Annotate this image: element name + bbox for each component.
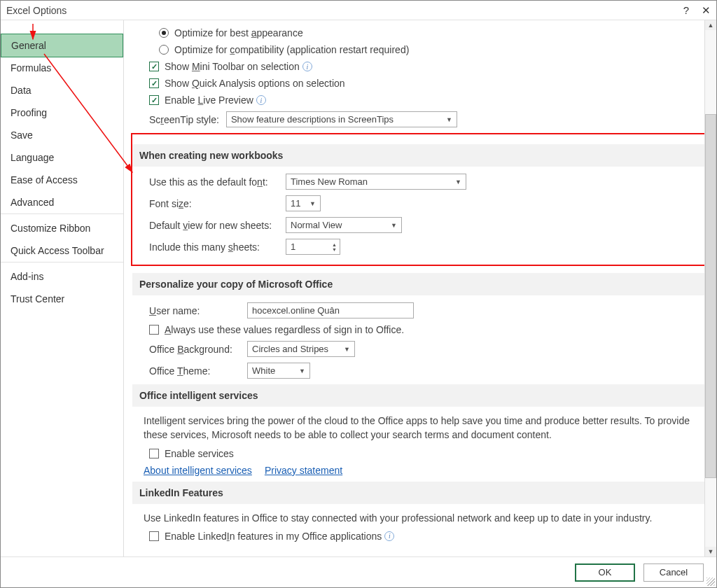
radio-optimize-appearance[interactable] xyxy=(159,28,169,38)
nav-item-advanced[interactable]: Advanced xyxy=(1,191,123,214)
help-icon[interactable]: ? xyxy=(683,4,689,16)
nav-pane: GeneralFormulasDataProofingSaveLanguageE… xyxy=(1,20,124,556)
username-input[interactable] xyxy=(247,302,414,318)
radio-optimize-compat[interactable] xyxy=(159,45,169,55)
nav-item-language[interactable]: Language xyxy=(1,146,123,169)
vertical-scrollbar[interactable]: ▲ ▼ xyxy=(704,20,716,556)
cancel-button[interactable]: Cancel xyxy=(643,564,704,582)
titlebar: Excel Options ? ✕ xyxy=(1,1,716,20)
screentip-select[interactable]: Show feature descriptions in ScreenTips … xyxy=(226,111,457,127)
nav-item-ease-of-access[interactable]: Ease of Access xyxy=(1,169,123,191)
chevron-down-icon: ▼ xyxy=(309,200,316,207)
theme-value: White xyxy=(252,365,275,376)
dialog-title: Excel Options xyxy=(6,5,67,16)
chk-always-use[interactable] xyxy=(149,325,159,335)
footer: OK Cancel xyxy=(1,556,716,587)
link-privacy[interactable]: Privacy statement xyxy=(265,465,342,476)
chevron-down-icon: ▼ xyxy=(299,368,305,374)
linkedin-desc: Use LinkedIn features in Office to stay … xyxy=(144,511,702,525)
bg-select[interactable]: Circles and Stripes ▼ xyxy=(247,341,355,357)
nav-item-quick-access-toolbar[interactable]: Quick Access Toolbar xyxy=(1,239,123,262)
nav-item-general[interactable]: General xyxy=(1,34,123,57)
font-size-select[interactable]: 11 ▼ xyxy=(286,195,321,211)
chk-live-preview[interactable] xyxy=(149,95,159,105)
close-icon[interactable]: ✕ xyxy=(702,4,711,17)
scroll-down-icon[interactable]: ▼ xyxy=(708,547,714,556)
scroll-thumb[interactable] xyxy=(705,114,716,478)
chevron-down-icon: ▼ xyxy=(391,222,397,229)
nav-item-data[interactable]: Data xyxy=(1,79,123,102)
default-view-select[interactable]: Normal View ▼ xyxy=(286,217,402,233)
spin-down-icon[interactable]: ▼ xyxy=(332,247,337,252)
sheets-spinner[interactable]: 1 ▲▼ xyxy=(286,239,340,255)
bg-value: Circles and Stripes xyxy=(252,344,328,354)
info-icon[interactable] xyxy=(302,62,312,71)
chk-enable-services[interactable] xyxy=(149,449,159,458)
chevron-down-icon: ▼ xyxy=(455,178,461,186)
theme-select[interactable]: White ▼ xyxy=(247,363,310,379)
chk-quick-analysis[interactable] xyxy=(149,78,159,88)
section-intelligent: Office intelligent services xyxy=(132,384,705,407)
scroll-up-icon[interactable]: ▲ xyxy=(708,20,714,30)
info-icon[interactable] xyxy=(384,531,394,541)
ok-button[interactable]: OK xyxy=(575,564,635,582)
resize-grip-icon[interactable] xyxy=(706,578,715,586)
default-font-value: Times New Roman xyxy=(291,176,368,187)
spin-up-icon[interactable]: ▲ xyxy=(332,242,337,247)
link-about-intelligent[interactable]: About intelligent services xyxy=(144,465,252,476)
nav-item-trust-center[interactable]: Trust Center xyxy=(1,288,123,310)
chevron-down-icon: ▼ xyxy=(344,346,350,353)
nav-item-formulas[interactable]: Formulas xyxy=(1,57,123,79)
intelligent-desc: Intelligent services bring the power of … xyxy=(144,414,702,442)
default-font-select[interactable]: Times New Roman ▼ xyxy=(286,174,466,190)
section-workbooks: When creating new workbooks xyxy=(132,144,705,167)
chk-mini-toolbar[interactable] xyxy=(149,62,159,71)
content-area: ▲ ▼ Optimize for best appearance Optimiz… xyxy=(124,20,716,556)
section-linkedin: LinkedIn Features xyxy=(132,482,705,504)
nav-item-customize-ribbon[interactable]: Customize Ribbon xyxy=(1,217,123,239)
default-view-value: Normal View xyxy=(291,220,342,230)
screentip-value: Show feature descriptions in ScreenTips xyxy=(231,114,394,125)
highlight-box: When creating new workbooks Use this as … xyxy=(131,133,706,266)
nav-item-proofing[interactable]: Proofing xyxy=(1,102,123,124)
sheets-value: 1 xyxy=(291,241,295,252)
info-icon[interactable] xyxy=(256,95,266,105)
font-size-value: 11 xyxy=(291,198,300,209)
section-personalize: Personalize your copy of Microsoft Offic… xyxy=(132,273,705,295)
nav-item-save[interactable]: Save xyxy=(1,124,123,146)
enable-services-label: Enable services xyxy=(165,448,234,459)
chevron-down-icon: ▼ xyxy=(446,116,452,123)
chk-linkedin[interactable] xyxy=(149,531,159,541)
scroll-track[interactable] xyxy=(705,30,716,547)
nav-item-add-ins[interactable]: Add-ins xyxy=(1,265,123,288)
